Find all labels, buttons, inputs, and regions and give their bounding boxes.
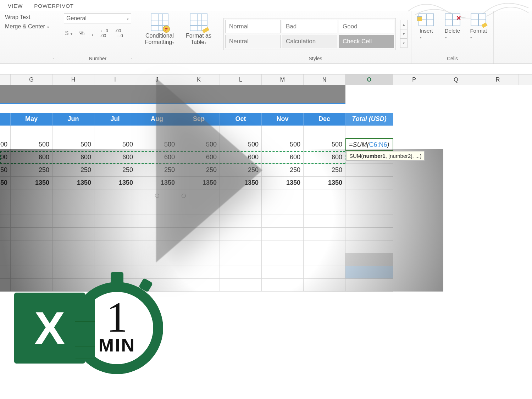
style-gallery-scroll[interactable]: ▲ ▼ ▾ [400, 20, 408, 48]
ribbon-tab-powerpivot[interactable]: POWERPIVOT [28, 1, 79, 11]
format-as-table-icon [190, 13, 207, 31]
badge-min-label: MIN [99, 334, 135, 356]
group-styles: Normal Bad Good Neutral Calculation Chec… [220, 11, 411, 63]
fill-handle-icon [155, 194, 159, 198]
data-row-250: 50 250 250 250 250 250 250 250 250 [0, 164, 532, 177]
col-header-L[interactable]: L [220, 74, 262, 85]
col-header-I[interactable]: I [94, 74, 136, 85]
delete-cells-icon: × [445, 13, 460, 26]
style-bad[interactable]: Bad [282, 20, 337, 33]
scroll-up-icon[interactable]: ▲ [400, 20, 407, 29]
comma-button[interactable]: , [90, 29, 94, 37]
hdr-oct[interactable]: Oct [220, 113, 262, 126]
col-header-H[interactable]: H [52, 74, 94, 85]
video-duration-badge: X 1 MIN [14, 282, 163, 374]
scroll-down-icon[interactable]: ▼ [400, 29, 407, 39]
cell[interactable]: 500 [304, 138, 345, 151]
active-formula-cell[interactable]: =SUM(C6:N6) SUM(number1, [number2], ...) [345, 138, 393, 151]
style-good[interactable]: Good [339, 20, 394, 33]
wrap-text-button[interactable]: Wrap Text [4, 13, 50, 21]
cells-group-label: Cells [415, 54, 490, 63]
header-row: May Jun Jul Aug Sep Oct Nov Dec Total (U… [0, 113, 532, 126]
alignment-dialog-launcher[interactable]: ⌐ [4, 54, 56, 63]
cell[interactable]: 500 [262, 138, 304, 151]
group-number: General $ % , ←.0.00 .00→.0 Number ⌐ [60, 11, 138, 63]
hdr-nov[interactable]: Nov [262, 113, 304, 126]
col-header-Q[interactable]: Q [435, 74, 477, 85]
hdr-aug[interactable]: Aug [136, 113, 178, 126]
conditional-formatting-icon: ≠ [151, 13, 168, 31]
col-header-O[interactable]: O [345, 74, 393, 85]
total-row: 50 1350 1350 1350 1350 1350 1350 1350 13… [0, 177, 532, 189]
cell[interactable]: 500 [178, 138, 220, 151]
excel-logo-icon: X [14, 293, 85, 364]
cell[interactable]: 500 [94, 138, 136, 151]
format-cells-icon [471, 13, 486, 26]
number-format-value: General [66, 15, 87, 22]
function-tooltip: SUM(number1, [number2], ...) [346, 151, 425, 161]
hdr-total[interactable]: Total (USD) [345, 113, 393, 126]
cell[interactable]: 500 [11, 138, 52, 151]
col-header-partial[interactable] [0, 74, 11, 85]
not-equal-icon: ≠ [163, 26, 170, 33]
delete-cells-button[interactable]: × Delete [441, 13, 464, 40]
percent-button[interactable]: % [78, 29, 86, 37]
group-cond-format: ≠ Conditional Formatting [138, 11, 177, 63]
insert-cells-icon [419, 13, 434, 26]
col-header-P[interactable]: P [393, 74, 435, 85]
hdr-may[interactable]: May [11, 113, 52, 126]
merge-center-button[interactable]: Merge & Center [4, 23, 50, 31]
group-alignment: Wrap Text Merge & Center ⌐ [0, 11, 60, 63]
badge-number: 1 [106, 300, 128, 334]
cell-styles-gallery[interactable]: Normal Bad Good Neutral Calculation Chec… [223, 18, 396, 50]
column-headers: G H I J K L M N O P Q R [0, 74, 532, 85]
col-header-N[interactable]: N [304, 74, 345, 85]
worksheet[interactable]: May Jun Jul Aug Sep Oct Nov Dec Total (U… [0, 85, 532, 292]
conditional-formatting-button[interactable]: ≠ Conditional Formatting [142, 13, 177, 45]
style-calculation[interactable]: Calculation [282, 35, 337, 48]
data-row-500: 00 500 500 500 500 500 500 500 500 =SUM(… [0, 138, 532, 151]
fill-handle-icon [182, 194, 186, 198]
hdr-jun[interactable]: Jun [52, 113, 94, 126]
number-format-dropdown[interactable]: General [64, 13, 131, 23]
increase-decimal-button[interactable]: ←.0.00 [99, 28, 110, 39]
accounting-format-button[interactable]: $ [64, 29, 74, 37]
number-group-label: Number ⌐ [64, 54, 134, 63]
col-header-J[interactable]: J [136, 74, 178, 85]
group-cells: Insert × Delete Format Cells [411, 11, 494, 63]
wrap-text-label: Wrap Text [5, 14, 30, 21]
col-header-G[interactable]: G [11, 74, 52, 85]
ribbon-tab-view[interactable]: VIEW [2, 1, 28, 11]
group-format-table: Format as Table [177, 11, 220, 63]
hdr-dec[interactable]: Dec [304, 113, 345, 126]
cell[interactable]: 500 [220, 138, 262, 151]
col-header-R[interactable]: R [477, 74, 519, 85]
style-normal[interactable]: Normal [225, 20, 281, 33]
styles-group-label: Styles [223, 54, 408, 63]
gallery-expand-icon[interactable]: ▾ [400, 39, 407, 48]
style-check-cell[interactable]: Check Cell [339, 35, 394, 48]
decrease-decimal-button[interactable]: .00→.0 [114, 28, 124, 39]
hdr-sep[interactable]: Sep [178, 113, 220, 126]
merge-center-label: Merge & Center [5, 23, 45, 30]
hdr-jul[interactable]: Jul [94, 113, 136, 126]
format-as-table-button[interactable]: Format as Table [181, 13, 216, 45]
col-header-M[interactable]: M [262, 74, 304, 85]
col-header-K[interactable]: K [178, 74, 220, 85]
cell[interactable]: 500 [52, 138, 94, 151]
data-row-600: 00 600 600 600 600 600 600 600 600 [0, 151, 532, 164]
formula-bar[interactable] [0, 64, 532, 74]
ribbon: Wrap Text Merge & Center ⌐ General $ % ,… [0, 11, 532, 64]
cell[interactable]: 500 [136, 138, 178, 151]
style-neutral[interactable]: Neutral [225, 35, 281, 48]
